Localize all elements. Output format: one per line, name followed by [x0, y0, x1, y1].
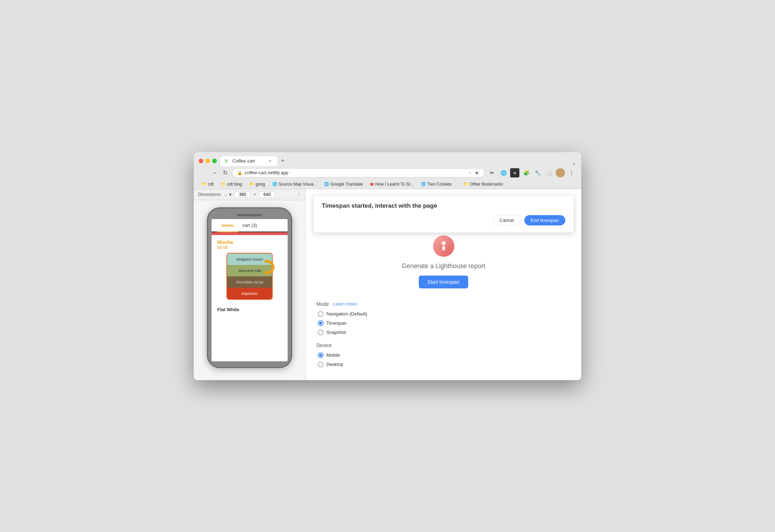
cancel-button[interactable]: Cancel — [493, 215, 520, 225]
radio-desktop-label: Desktop — [326, 362, 343, 367]
device-speaker — [237, 214, 262, 216]
url-actions: ↑ ★ — [469, 170, 479, 176]
bookmark-source-map[interactable]: 🌐 Source Map Visua... — [269, 181, 320, 187]
dimensions-label: Dimensions: — [198, 192, 221, 197]
title-bar: V Coffee cart × + ⌄ — [194, 152, 581, 166]
folder-icon-3: 📁 — [249, 182, 254, 186]
device-section: Device Mobile Desktop — [316, 342, 571, 367]
bookmark-learnt[interactable]: W How I Learnt To St... — [367, 181, 417, 187]
new-tab-button[interactable]: + — [278, 156, 288, 166]
radio-desktop: Desktop — [316, 362, 571, 367]
radio-timespan-button[interactable] — [318, 320, 324, 326]
learn-more-link[interactable]: Learn more — [333, 301, 357, 307]
end-timespan-button[interactable]: End timespan — [524, 215, 566, 225]
bookmark-cookies[interactable]: 🌐 Two Cookies — [418, 181, 455, 187]
device-screen: menu cart (3) Mocha $8.00 — [212, 219, 288, 361]
radio-mobile-label: Mobile — [326, 352, 340, 358]
layer-syrup: chocolate syrup — [227, 276, 272, 288]
active-tab[interactable]: V Coffee cart × — [220, 156, 277, 166]
radio-mobile: Mobile — [316, 352, 571, 358]
nav-menu[interactable]: menu — [217, 219, 238, 232]
radio-timespan-inner — [319, 322, 322, 325]
more-options-button[interactable]: ⋮ — [297, 192, 301, 197]
nav-cart[interactable]: cart (3) — [238, 219, 261, 232]
bookmark-cdt-blog[interactable]: 📁 cdt blog — [218, 181, 245, 187]
cup-handle — [264, 260, 274, 274]
tab-close-button[interactable]: × — [267, 158, 273, 164]
bookmark-label-6: How I Learnt To St... — [375, 182, 414, 187]
url-bar[interactable]: 🔒 coffee-cart.netlify.app ↑ ★ — [232, 168, 485, 177]
svg-point-0 — [442, 241, 446, 245]
split-icon[interactable]: ⬜ — [544, 168, 554, 177]
radio-mobile-button[interactable] — [318, 352, 324, 358]
radio-snapshot-button[interactable] — [318, 330, 324, 335]
close-button[interactable] — [199, 159, 203, 163]
chevron-down-icon: ▾ — [229, 192, 231, 197]
folder-icon-2: 📁 — [221, 182, 226, 186]
svg-rect-1 — [442, 246, 445, 250]
bookmark-goog[interactable]: 📁 goog — [246, 181, 268, 187]
radio-navigation-label: Navigation (Default) — [326, 311, 367, 316]
device-header: Device — [316, 342, 571, 348]
bookmark-label-5: Google Translate — [331, 182, 363, 187]
tabs-row: V Coffee cart × + ⌄ — [220, 156, 576, 166]
url-text: coffee-cart.netlify.app — [245, 170, 288, 175]
notion-icon[interactable]: n — [510, 168, 519, 177]
bookmark-cdt[interactable]: 📁 cdt — [199, 181, 217, 187]
bookmark-label: cdt — [208, 182, 214, 187]
tab-favicon: V — [225, 158, 230, 164]
bookmark-label-4: Source Map Visua... — [279, 182, 317, 187]
lighthouse-settings: Mode Learn more Navigation (Default) Tim… — [306, 296, 581, 380]
folder-icon-4: 📁 — [464, 182, 469, 186]
bookmark-divider — [458, 181, 458, 187]
folder-icon: 📁 — [202, 182, 207, 186]
radio-navigation-button[interactable] — [318, 311, 324, 317]
browser-content: Dimensions: ... ▾ × ⋮ — [194, 189, 581, 380]
bookmark-label-2: cdt blog — [227, 182, 242, 187]
bookmark-button[interactable]: ★ — [475, 170, 479, 176]
width-input[interactable] — [234, 191, 251, 198]
lighthouse-panel: Timespan started, interact with the page… — [306, 189, 581, 380]
back-button[interactable]: ← — [199, 169, 207, 177]
bookmark-label-3: goog — [256, 182, 265, 187]
w-icon: W — [370, 182, 374, 186]
mode-label: Mode — [316, 301, 329, 307]
forward-button[interactable]: → — [210, 169, 219, 177]
window-controls — [199, 159, 217, 163]
devtools-toolbar: Dimensions: ... ▾ × ⋮ — [194, 189, 305, 200]
browser-window: V Coffee cart × + ⌄ ← → ↻ 🔒 coffee-cart.… — [194, 152, 581, 380]
coffee-cup-illustration: whipped cream steamed milk chocolate syr… — [225, 253, 274, 300]
extensions-icon[interactable]: 🔧 — [533, 168, 542, 177]
more-button[interactable]: ⋮ — [567, 168, 576, 177]
avatar-icon[interactable] — [556, 168, 565, 177]
radio-desktop-button[interactable] — [318, 362, 324, 367]
tab-menu-button[interactable]: ⌄ — [572, 159, 576, 166]
dimensions-dropdown[interactable]: ... ▾ — [224, 192, 231, 197]
radio-timespan: Timespan — [316, 320, 571, 326]
puzzle-icon[interactable]: 🧩 — [522, 168, 531, 177]
scissors-icon[interactable]: ✂ — [487, 168, 497, 177]
coffee-name: Mocha — [217, 239, 282, 245]
address-bar: ← → ↻ 🔒 coffee-cart.netlify.app ↑ ★ ✂ 🌐 … — [194, 166, 581, 180]
minimize-button[interactable] — [205, 159, 210, 163]
coffee-item-mocha: Mocha $8.00 whipped cream steamed milk c… — [212, 235, 288, 304]
translate-icon[interactable]: 🌐 — [499, 168, 508, 177]
lighthouse-title: Generate a Lighthouse report — [402, 262, 485, 270]
height-input[interactable] — [259, 191, 275, 198]
bookmark-label-7: Two Cookies — [427, 182, 452, 187]
bookmark-other[interactable]: 📁 Other Bookmarks — [461, 181, 506, 187]
bookmarks-bar: 📁 cdt 📁 cdt blog 📁 goog 🌐 Source Map Vis… — [194, 180, 581, 189]
coffee-price: $8.00 — [217, 245, 282, 250]
start-timespan-button[interactable]: Start timespan — [419, 276, 468, 288]
lighthouse-main: Generate a Lighthouse report Start times… — [306, 225, 581, 296]
maximize-button[interactable] — [212, 159, 217, 163]
bookmark-label-8: Other Bookmarks — [470, 182, 503, 187]
share-button[interactable]: ↑ — [469, 170, 471, 176]
radio-timespan-label: Timespan — [326, 320, 347, 326]
radio-navigation: Navigation (Default) — [316, 311, 571, 317]
bookmark-google-translate[interactable]: 🌐 Google Translate — [321, 181, 366, 187]
radio-mobile-inner — [319, 354, 322, 357]
radio-snapshot: Snapshot — [316, 330, 571, 335]
mode-header: Mode Learn more — [316, 301, 571, 307]
reload-button[interactable]: ↻ — [221, 169, 229, 177]
